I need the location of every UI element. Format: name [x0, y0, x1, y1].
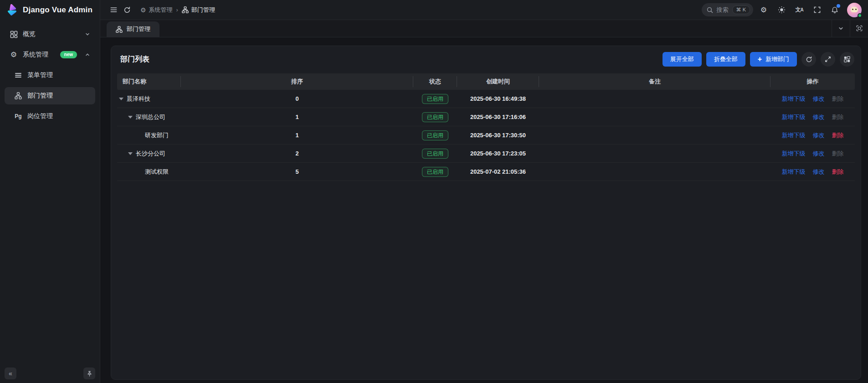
edit-link[interactable]: 修改: [813, 113, 825, 121]
edit-link[interactable]: 修改: [813, 150, 825, 158]
table-row[interactable]: 晨泽科技 0 已启用 2025-06-30 16:49:38 新增下级 修改 删…: [117, 90, 855, 108]
dept-created-time: 2025-07-02 21:05:36: [457, 168, 539, 175]
breadcrumb: ⚙ 系统管理 › 部门管理: [140, 6, 215, 14]
edit-link[interactable]: 修改: [813, 131, 825, 140]
sidebar-item-label: 菜单管理: [27, 71, 53, 79]
status-badge: 已启用: [422, 149, 448, 159]
chevron-down-icon: [85, 31, 90, 37]
tabbar: 部门管理: [100, 20, 868, 37]
add-child-link[interactable]: 新增下级: [782, 95, 806, 103]
status-badge: 已启用: [422, 130, 448, 140]
card-header: 部门列表 展开全部 折叠全部 + 新增部门: [111, 46, 861, 72]
sidebar-item-label: 岗位管理: [27, 112, 53, 120]
dept-list-card: 部门列表 展开全部 折叠全部 + 新增部门: [111, 46, 861, 380]
col-header-actions: 操作: [770, 77, 855, 86]
add-child-link[interactable]: 新增下级: [782, 131, 806, 140]
table-row[interactable]: 测试权限 5 已启用 2025-07-02 21:05:36 新增下级 修改 删…: [117, 163, 855, 181]
tab-dept-management[interactable]: 部门管理: [107, 21, 159, 37]
add-dept-button[interactable]: + 新增部门: [750, 52, 797, 67]
add-child-link[interactable]: 新增下级: [782, 113, 806, 121]
dept-name: 深圳总公司: [136, 113, 165, 121]
tree-expand-caret[interactable]: [128, 116, 133, 119]
expand-all-button[interactable]: 展开全部: [663, 52, 702, 67]
chevron-up-icon: [85, 52, 90, 57]
tab-list-chevron-icon[interactable]: [832, 20, 850, 37]
delete-link[interactable]: 删除: [832, 131, 844, 140]
dept-sort-value: 0: [181, 95, 413, 102]
table-row[interactable]: 长沙分公司 2 已启用 2025-06-30 17:23:05 新增下级 修改 …: [117, 145, 855, 163]
dept-name: 研发部门: [145, 131, 169, 140]
new-badge: new: [60, 51, 77, 58]
dept-name: 长沙分公司: [136, 150, 165, 158]
edit-link[interactable]: 修改: [813, 95, 825, 103]
add-child-link[interactable]: 新增下级: [782, 150, 806, 158]
column-settings-icon[interactable]: [840, 52, 854, 67]
delete-link: 删除: [832, 150, 844, 158]
table-header-row: 部门名称 排序 状态 创建时间 备注 操作: [117, 73, 855, 90]
sidebar-collapse-button[interactable]: «: [5, 367, 16, 379]
status-badge: 已启用: [422, 112, 448, 122]
settings-gear-icon[interactable]: ⚙: [756, 3, 771, 17]
table-row[interactable]: 研发部门 1 已启用 2025-06-30 17:30:50 新增下级 修改 删…: [117, 126, 855, 145]
online-status-dot: [858, 13, 862, 18]
dept-created-time: 2025-06-30 17:23:05: [457, 150, 539, 157]
topbar: ⚙ 系统管理 › 部门管理 搜索 ⌘ K ⚙: [100, 0, 868, 20]
collapse-all-button[interactable]: 折叠全部: [706, 52, 745, 67]
dept-name: 测试权限: [145, 168, 169, 176]
edit-link[interactable]: 修改: [813, 168, 825, 176]
hamburger-menu-icon[interactable]: [107, 3, 120, 17]
tree-expand-caret[interactable]: [128, 152, 133, 155]
plus-icon: +: [758, 56, 762, 63]
gear-icon: ⚙: [140, 7, 146, 13]
org-chart-icon: [182, 6, 189, 13]
add-child-link[interactable]: 新增下级: [782, 168, 806, 176]
breadcrumb-current[interactable]: 部门管理: [182, 6, 215, 14]
gear-icon: ⚙: [10, 51, 18, 59]
breadcrumb-parent[interactable]: ⚙ 系统管理: [140, 6, 173, 14]
dept-sort-value: 5: [181, 168, 413, 175]
table-body: 晨泽科技 0 已启用 2025-06-30 16:49:38 新增下级 修改 删…: [117, 90, 855, 181]
refresh-icon[interactable]: [120, 3, 134, 17]
language-icon[interactable]: 文A: [792, 3, 806, 17]
table-refresh-icon[interactable]: [801, 52, 816, 67]
col-header-status: 状态: [413, 77, 457, 86]
app-logo-icon: [6, 4, 18, 16]
search-icon: [707, 7, 713, 13]
app-title: Django Vue Admin: [23, 5, 92, 15]
sidebar-item-label: 概览: [23, 30, 36, 38]
dept-table: 部门名称 排序 状态 创建时间 备注 操作 晨泽科技 0 已启用 2025-06…: [117, 73, 855, 181]
sidebar-item-system[interactable]: ⚙ 系统管理 new: [5, 46, 95, 63]
org-chart-icon: [116, 26, 123, 33]
delete-link[interactable]: 删除: [832, 168, 844, 176]
tree-expand-caret[interactable]: [119, 98, 123, 100]
sidebar-footer: «: [5, 367, 95, 379]
app-logo-row[interactable]: Django Vue Admin: [0, 0, 100, 20]
page-content: 部门列表 展开全部 折叠全部 + 新增部门: [100, 37, 868, 383]
list-icon: [14, 71, 22, 79]
dashboard-icon: [10, 30, 18, 38]
sidebar-item-overview[interactable]: 概览: [5, 26, 95, 43]
sidebar-item-dept-management[interactable]: 部门管理: [5, 87, 95, 104]
sidebar-item-menu-management[interactable]: 菜单管理: [5, 67, 95, 84]
pin-icon[interactable]: [83, 367, 95, 379]
notification-dot: [837, 4, 840, 8]
avatar[interactable]: [847, 3, 862, 17]
maximize-content-icon[interactable]: [850, 20, 868, 37]
sidebar: Django Vue Admin 概览 ⚙ 系统管理 new: [0, 0, 100, 383]
side-menu: 概览 ⚙ 系统管理 new 菜单管理: [0, 20, 100, 125]
table-row[interactable]: 深圳总公司 1 已启用 2025-06-30 17:16:06 新增下级 修改 …: [117, 108, 855, 126]
dept-created-time: 2025-06-30 16:49:38: [457, 95, 539, 102]
notification-bell-icon[interactable]: [827, 3, 842, 17]
fullscreen-icon[interactable]: [810, 3, 824, 17]
table-fullscreen-icon[interactable]: [821, 52, 835, 67]
topbar-right: 搜索 ⌘ K ⚙ 文A: [702, 3, 862, 17]
status-badge: 已启用: [422, 167, 448, 177]
search-input[interactable]: 搜索 ⌘ K: [702, 3, 753, 16]
sidebar-item-label: 部门管理: [27, 92, 53, 100]
tab-label: 部门管理: [127, 25, 150, 33]
delete-link: 删除: [832, 113, 844, 121]
sidebar-item-post-management[interactable]: Pg 岗位管理: [5, 108, 95, 125]
theme-toggle-icon[interactable]: [774, 3, 789, 17]
org-chart-icon: [14, 92, 22, 100]
col-header-created: 创建时间: [457, 77, 539, 86]
